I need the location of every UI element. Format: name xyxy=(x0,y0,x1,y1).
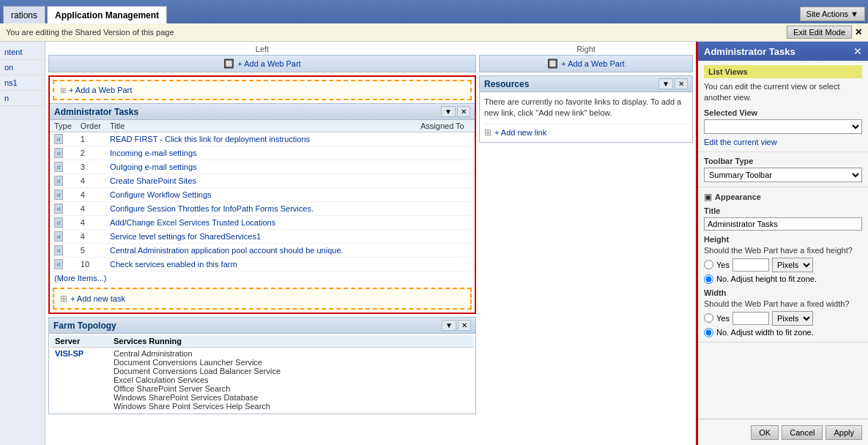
doc-icon: d xyxy=(54,162,63,172)
appearance-title-input[interactable] xyxy=(704,217,862,231)
list-views-description: You can edit the current view or select … xyxy=(704,81,862,104)
farm-table-row: VISI-SP Central AdministrationDocument C… xyxy=(51,348,474,413)
sidebar-item-2[interactable]: on xyxy=(0,60,45,75)
col-order: Order xyxy=(76,120,105,132)
table-row: d 4 Create SharePoint Sites xyxy=(50,174,475,188)
width-no-option: No. Adjust width to fit zone. xyxy=(704,328,862,337)
resources-menu-button[interactable]: ▼ xyxy=(659,78,673,89)
width-label: Width xyxy=(704,288,862,297)
table-row: d 1 READ FIRST - Click this link for dep… xyxy=(50,132,475,146)
panel-title: Administrator Tasks xyxy=(704,46,795,57)
left-sidebar: ntent on ns1 n xyxy=(0,42,45,445)
admin-tasks-webpart: ⊞ + Add a Web Part Administrator Tasks ▼… xyxy=(48,75,476,314)
sidebar-item-1[interactable]: ntent xyxy=(0,45,45,60)
col-assigned: Assigned To xyxy=(416,120,475,132)
panel-close-icon[interactable]: ✕ xyxy=(853,45,862,57)
exit-edit-mode-button[interactable]: Exit Edit Mode xyxy=(787,26,852,39)
right-column-label: Right xyxy=(576,45,596,53)
panel-header: Administrator Tasks ✕ xyxy=(698,42,868,61)
height-value-input[interactable] xyxy=(732,258,769,272)
width-pixels-select[interactable]: Pixels xyxy=(772,311,813,326)
editing-notice: You are editing the Shared Version of th… xyxy=(6,28,174,37)
width-value-input[interactable] xyxy=(732,312,769,325)
toolbar-type-select[interactable]: Summary ToolbarFull ToolbarNo Toolbar xyxy=(704,168,862,182)
nav-tab-app-management[interactable]: Application Management xyxy=(47,6,167,23)
table-row: d 4 Add/Change Excel Services Trusted Lo… xyxy=(50,216,475,230)
farm-topology-title: Farm Topology xyxy=(53,321,116,331)
panel-footer: OK Cancel Apply xyxy=(698,419,868,445)
height-no-radio[interactable] xyxy=(704,274,713,284)
table-row: d 5 Central Administration application p… xyxy=(50,244,475,258)
resources-empty-message: There are currently no favorite links to… xyxy=(484,97,688,119)
edit-mode-bar: You are editing the Shared Version of th… xyxy=(0,23,868,42)
toolbar-type-section: Toolbar Type Summary ToolbarFull Toolbar… xyxy=(698,152,868,187)
doc-icon: d xyxy=(54,176,63,186)
list-views-section-label: List Views xyxy=(704,65,862,78)
farm-webpart-menu-button[interactable]: ▼ xyxy=(442,320,456,331)
site-actions-button[interactable]: Site Actions ▼ xyxy=(800,7,865,21)
doc-icon: d xyxy=(54,231,63,242)
farm-webpart-close-button[interactable]: ✕ xyxy=(458,320,471,331)
col-type: Type xyxy=(50,120,76,132)
add-new-task-link[interactable]: + Add new task xyxy=(70,294,125,303)
doc-icon: d xyxy=(54,217,63,228)
doc-icon: d xyxy=(54,134,63,144)
selected-view-label: Selected View xyxy=(704,108,862,117)
height-yes-radio[interactable] xyxy=(704,260,713,269)
add-webpart-right-bar[interactable]: 🔲 + Add a Web Part xyxy=(479,55,693,72)
ok-button[interactable]: OK xyxy=(751,425,779,440)
table-row: d 4 Configure Workflow Settings xyxy=(50,188,475,202)
add-webpart-inside-bar[interactable]: + Add a Web Part xyxy=(69,86,132,94)
height-no-option: No. Adjust height to fit zone. xyxy=(704,274,862,284)
appearance-label: Appearance xyxy=(715,192,761,201)
edit-current-view-link[interactable]: Edit the current view xyxy=(704,138,777,146)
farm-col-server: Server xyxy=(51,335,109,348)
table-row: d 4 Configure Session Throttles for Info… xyxy=(50,202,475,216)
cancel-button[interactable]: Cancel xyxy=(782,425,823,440)
doc-icon: d xyxy=(54,148,63,158)
more-items-link[interactable]: (More Items...) xyxy=(54,274,107,283)
content-area: Left Right 🔲 + Add a Web Part ⊞ xyxy=(45,42,696,445)
left-column-label: Left xyxy=(256,45,269,53)
height-label: Height xyxy=(704,235,862,244)
table-row: d 10 Check services enabled in this farm xyxy=(50,258,475,272)
resources-close-button[interactable]: ✕ xyxy=(675,78,688,89)
nav-tab-operations[interactable]: rations xyxy=(3,6,45,23)
appearance-toggle[interactable]: ▣ Appearance xyxy=(704,192,862,202)
resources-title: Resources xyxy=(484,79,529,89)
close-edit-icon[interactable]: ✕ xyxy=(855,27,862,37)
table-row: d 3 Outgoing e-mail settings xyxy=(50,160,475,174)
list-views-section: List Views You can edit the current view… xyxy=(698,61,868,152)
appearance-title-label: Title xyxy=(704,206,862,215)
width-no-radio[interactable] xyxy=(704,328,713,337)
appearance-section: ▣ Appearance Title Height Should the Web… xyxy=(698,187,868,343)
height-pixels-select[interactable]: Pixels xyxy=(772,258,813,272)
doc-icon: d xyxy=(54,203,63,214)
doc-icon: d xyxy=(54,259,63,269)
table-row: d 4 Service level settings for SharedSer… xyxy=(50,230,475,244)
add-new-link[interactable]: + Add new link xyxy=(494,128,546,137)
admin-tasks-title: Administrator Tasks xyxy=(54,107,138,117)
apply-button[interactable]: Apply xyxy=(826,425,862,440)
webpart-menu-button[interactable]: ▼ xyxy=(441,106,456,117)
sidebar-item-4[interactable]: n xyxy=(0,91,45,106)
webpart-close-button[interactable]: ✕ xyxy=(457,106,470,117)
toolbar-type-label: Toolbar Type xyxy=(704,157,862,165)
properties-panel: Administrator Tasks ✕ List Views You can… xyxy=(696,42,868,445)
selected-view-select[interactable]: All TasksMy Tasks xyxy=(704,119,862,134)
add-webpart-left-bar[interactable]: 🔲 + Add a Web Part xyxy=(48,55,476,72)
height-question: Should the Web Part have a fixed height? xyxy=(704,246,862,255)
resources-webpart: Resources ▼ ✕ There are currently no fav… xyxy=(479,75,693,143)
farm-topology-webpart: Farm Topology ▼ ✕ Server xyxy=(48,317,476,414)
sidebar-item-3[interactable]: ns1 xyxy=(0,75,45,91)
width-yes-option: Yes Pixels xyxy=(704,311,862,326)
table-row: d 2 Incoming e-mail settings xyxy=(50,146,475,160)
farm-col-services: Services Running xyxy=(109,335,474,348)
collapse-icon: ▣ xyxy=(704,192,712,202)
height-yes-option: Yes Pixels xyxy=(704,258,862,272)
width-question: Should the Web Part have a fixed width? xyxy=(704,299,862,308)
doc-icon: d xyxy=(54,245,63,255)
col-title: Title xyxy=(105,120,416,132)
width-yes-radio[interactable] xyxy=(704,313,713,323)
doc-icon: d xyxy=(54,190,63,200)
